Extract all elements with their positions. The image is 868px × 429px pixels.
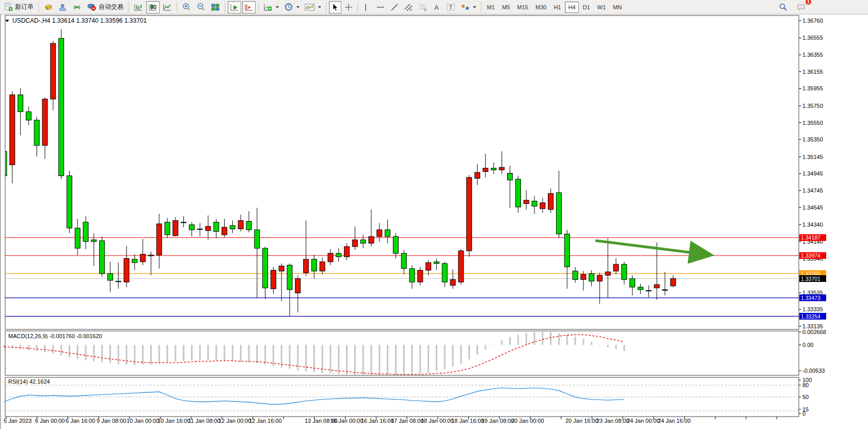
fibonacci-icon: F bbox=[418, 3, 428, 11]
svg-text:23 Jan 08:00: 23 Jan 08:00 bbox=[596, 418, 629, 424]
svg-text:T: T bbox=[449, 4, 453, 10]
gold-icon bbox=[43, 3, 53, 11]
cursor-icon bbox=[331, 3, 339, 11]
bar-chart-button[interactable] bbox=[132, 1, 145, 13]
timeframe-m30-button[interactable]: M30 bbox=[532, 2, 549, 13]
svg-text:9 Jan 08:00: 9 Jan 08:00 bbox=[97, 418, 127, 424]
rsi-label: RSI(14) 42.1624 bbox=[8, 378, 50, 385]
crosshair-button[interactable] bbox=[342, 1, 355, 13]
svg-text:0.002668: 0.002668 bbox=[802, 329, 826, 335]
trendline-button[interactable] bbox=[388, 1, 401, 13]
arrows-tool-button[interactable] bbox=[459, 1, 478, 13]
chart-shift-icon bbox=[244, 3, 254, 11]
separator bbox=[326, 2, 326, 12]
svg-text:19 Jan 08:00: 19 Jan 08:00 bbox=[481, 418, 514, 424]
svg-text:E: E bbox=[410, 8, 412, 11]
new-order-icon bbox=[4, 3, 13, 11]
svg-text:1.35955: 1.35955 bbox=[802, 85, 823, 91]
svg-text:17 Jan 08:00: 17 Jan 08:00 bbox=[391, 418, 424, 424]
zoom-out-button[interactable] bbox=[194, 1, 208, 13]
indicators-icon bbox=[263, 3, 273, 11]
svg-text:1.34745: 1.34745 bbox=[802, 187, 823, 194]
svg-text:1.35550: 1.35550 bbox=[802, 120, 823, 126]
new-order-button[interactable]: 新订单 bbox=[2, 1, 36, 13]
channel-icon: E bbox=[404, 3, 413, 11]
svg-text:A: A bbox=[434, 4, 439, 11]
chart-canvas[interactable]: 1.367601.365551.363551.361551.359551.357… bbox=[1, 14, 868, 429]
signal-icon bbox=[72, 3, 82, 11]
signals-button[interactable] bbox=[70, 1, 84, 13]
arrows-icon bbox=[461, 3, 470, 11]
separator bbox=[38, 2, 39, 12]
svg-text:1.33974: 1.33974 bbox=[801, 252, 820, 259]
svg-text:16 Jan 00:00: 16 Jan 00:00 bbox=[330, 418, 364, 424]
svg-text:1.33473: 1.33473 bbox=[801, 295, 820, 301]
text-label-button[interactable]: T bbox=[444, 1, 457, 13]
auto-trading-button[interactable]: 自动交易 bbox=[85, 1, 125, 13]
zoom-out-icon bbox=[196, 3, 206, 11]
vertical-line-button[interactable] bbox=[360, 1, 373, 13]
svg-text:50: 50 bbox=[802, 394, 809, 400]
search-button[interactable] bbox=[777, 1, 790, 13]
bar-chart-icon bbox=[134, 3, 143, 11]
separator bbox=[225, 2, 225, 12]
templates-button[interactable] bbox=[303, 1, 323, 13]
symbol-dropdown-icon[interactable] bbox=[5, 20, 9, 22]
accounts-button[interactable] bbox=[56, 1, 69, 13]
chart-window[interactable]: 1.367601.365551.363551.361551.359551.357… bbox=[0, 14, 868, 429]
market-watch-button[interactable] bbox=[41, 1, 55, 13]
chat-bubble-icon bbox=[797, 3, 806, 11]
svg-text:6 Jan 16:00: 6 Jan 16:00 bbox=[66, 418, 96, 424]
indicators-button[interactable] bbox=[261, 1, 281, 13]
timeframe-d1-button[interactable]: D1 bbox=[580, 2, 593, 13]
timeframe-w1-button[interactable]: W1 bbox=[594, 2, 609, 13]
svg-text:18 Jan 16:00: 18 Jan 16:00 bbox=[451, 418, 484, 424]
timeframe-h4-button[interactable]: H4 bbox=[565, 2, 578, 13]
svg-text:1.36760: 1.36760 bbox=[802, 18, 823, 24]
svg-text:1.36355: 1.36355 bbox=[802, 52, 823, 58]
toolbar-grip bbox=[128, 2, 130, 12]
svg-text:1.35750: 1.35750 bbox=[802, 103, 823, 109]
text-button[interactable]: A bbox=[431, 1, 443, 13]
separator bbox=[481, 2, 481, 12]
candlestick-chart-button[interactable] bbox=[146, 1, 160, 13]
timeframe-m5-button[interactable]: M5 bbox=[499, 2, 513, 13]
zoom-in-button[interactable] bbox=[180, 1, 193, 13]
new-order-label: 新订单 bbox=[15, 3, 34, 11]
line-chart-button[interactable] bbox=[161, 1, 174, 13]
notifications-button[interactable]: 1 bbox=[795, 1, 808, 13]
chevron-down-icon bbox=[296, 6, 299, 8]
tile-windows-button[interactable] bbox=[209, 1, 222, 13]
chart-title: USDCAD-,H4 1.33614 1.33740 1.33596 1.337… bbox=[12, 17, 147, 24]
chevron-down-icon bbox=[318, 6, 321, 8]
fibonacci-button[interactable]: F bbox=[416, 1, 430, 13]
text-label-icon: T bbox=[446, 3, 455, 11]
horizontal-line-icon bbox=[376, 3, 385, 11]
timeframe-h1-button[interactable]: H1 bbox=[550, 2, 564, 13]
search-icon bbox=[779, 3, 787, 11]
svg-text:6 Jan 00:00: 6 Jan 00:00 bbox=[35, 418, 65, 424]
svg-text:1.35350: 1.35350 bbox=[802, 136, 823, 142]
separator bbox=[258, 2, 259, 12]
svg-text:10 Jan 16:00: 10 Jan 16:00 bbox=[157, 418, 191, 424]
notification-badge: 1 bbox=[806, 0, 811, 5]
timeframe-m1-button[interactable]: M1 bbox=[484, 2, 498, 13]
timeframe-mn-button[interactable]: MN bbox=[610, 2, 625, 13]
svg-text:24 Jan 16:00: 24 Jan 16:00 bbox=[658, 418, 691, 424]
chevron-down-icon bbox=[276, 6, 279, 8]
periods-button[interactable] bbox=[282, 1, 302, 13]
text-icon: A bbox=[433, 3, 440, 11]
equidistant-channel-button[interactable]: E bbox=[402, 1, 415, 13]
svg-text:5 Jan 2023: 5 Jan 2023 bbox=[4, 418, 31, 424]
vertical-line-icon bbox=[362, 3, 369, 11]
chart-shift-button[interactable] bbox=[242, 1, 256, 13]
timeframe-m15-button[interactable]: M15 bbox=[514, 2, 531, 13]
auto-scroll-button[interactable] bbox=[228, 1, 241, 13]
svg-text:12 Jan 16:00: 12 Jan 16:00 bbox=[249, 418, 282, 424]
crosshair-icon bbox=[344, 3, 353, 11]
svg-text:1.36555: 1.36555 bbox=[802, 35, 823, 41]
clock-icon bbox=[284, 3, 293, 11]
cursor-button[interactable] bbox=[329, 1, 341, 13]
horizontal-line-button[interactable] bbox=[374, 1, 387, 13]
svg-text:1.33335: 1.33335 bbox=[802, 306, 823, 312]
